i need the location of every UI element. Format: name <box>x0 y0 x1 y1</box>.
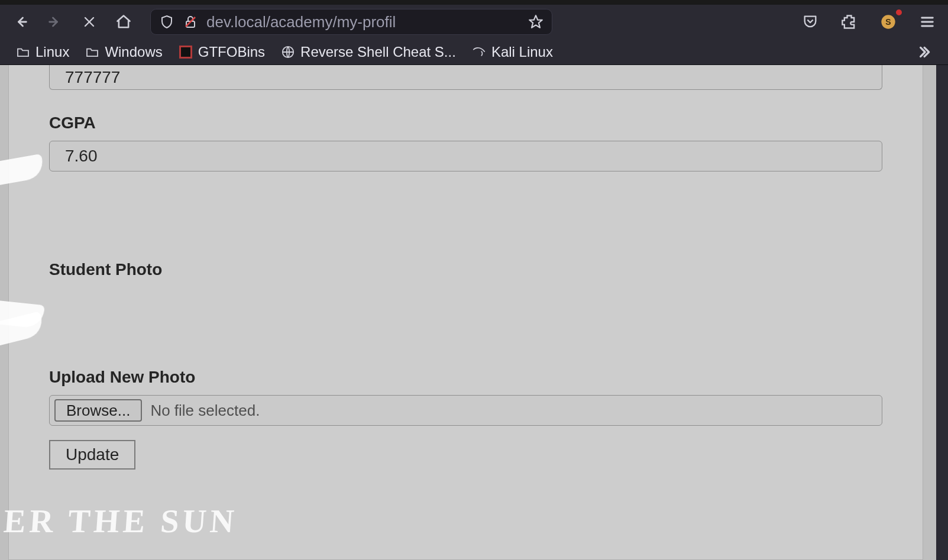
bookmark-star-icon[interactable] <box>528 14 543 30</box>
cgpa-label: CGPA <box>49 114 882 132</box>
kali-icon <box>473 46 486 59</box>
bookmark-revshell[interactable]: Reverse Shell Cheat S... <box>282 44 456 60</box>
forward-button[interactable] <box>44 11 66 33</box>
bookmark-bar: Linux Windows GTFOBins Reverse Shell Che… <box>0 39 948 65</box>
bookmark-label: GTFOBins <box>198 44 265 60</box>
back-button[interactable] <box>9 11 32 33</box>
home-button[interactable] <box>112 11 135 33</box>
upload-photo-label: Upload New Photo <box>49 368 882 387</box>
svg-rect-13 <box>181 47 190 57</box>
browser-toolbar: dev.local/academy/my-profil S <box>0 5 948 39</box>
svg-marker-6 <box>529 15 542 28</box>
vertical-scrollbar[interactable] <box>936 65 948 560</box>
gtfobins-icon <box>179 46 192 59</box>
cgpa-input[interactable] <box>49 141 882 171</box>
shield-icon <box>159 14 174 30</box>
svg-text:S: S <box>885 17 891 27</box>
bookmark-gtfobins[interactable]: GTFOBins <box>179 44 265 60</box>
file-input-row[interactable]: Browse... No file selected. <box>49 395 882 426</box>
student-photo-label: Student Photo <box>49 260 882 279</box>
bookmark-label: Kali Linux <box>491 44 553 60</box>
prev-field-input[interactable] <box>49 65 882 90</box>
page-viewport: CGPA Student Photo Upload New Photo Brow… <box>0 65 948 560</box>
folder-icon <box>17 46 30 59</box>
bookmark-label: Windows <box>105 44 162 60</box>
update-button[interactable]: Update <box>49 440 135 470</box>
globe-icon <box>282 46 295 59</box>
bookmark-linux[interactable]: Linux <box>17 44 69 60</box>
bookmark-label: Linux <box>35 44 69 60</box>
bookmark-windows[interactable]: Windows <box>86 44 162 60</box>
pocket-button[interactable] <box>799 11 821 33</box>
insecure-lock-icon <box>183 14 198 30</box>
file-status-text: No file selected. <box>150 402 260 420</box>
bookmark-label: Reverse Shell Cheat S... <box>300 44 456 60</box>
browse-button[interactable]: Browse... <box>54 399 142 422</box>
folder-icon <box>86 46 99 59</box>
bookmark-overflow[interactable] <box>916 44 931 60</box>
noscript-button[interactable]: S <box>877 11 900 33</box>
stop-reload-button[interactable] <box>78 11 101 33</box>
bookmark-kali[interactable]: Kali Linux <box>473 44 553 60</box>
app-menu-button[interactable] <box>916 11 939 33</box>
address-bar[interactable]: dev.local/academy/my-profil <box>150 9 552 35</box>
extensions-button[interactable] <box>838 11 860 33</box>
profile-form-panel: CGPA Student Photo Upload New Photo Brow… <box>8 65 923 560</box>
url-text[interactable]: dev.local/academy/my-profil <box>206 13 520 31</box>
